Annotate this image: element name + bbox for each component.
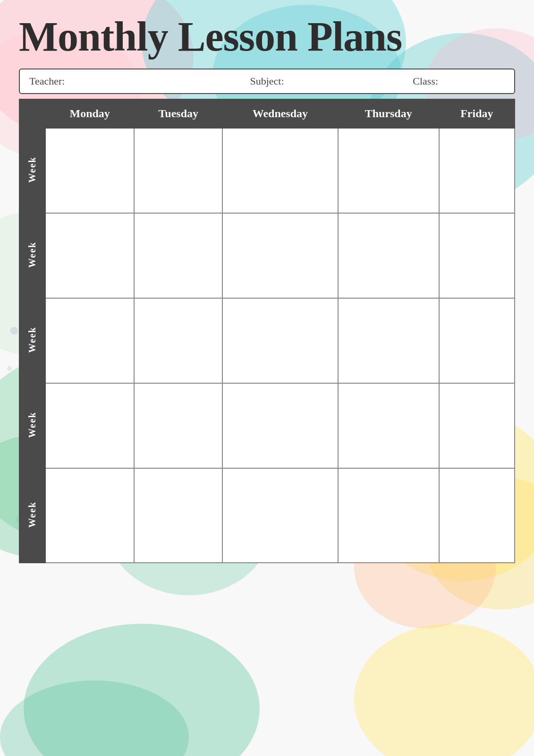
friday-header: Friday [439,99,515,128]
svg-point-15 [354,624,534,756]
week-5-label: Week [19,468,45,563]
info-bar: Teacher: Subject: Class: [19,69,515,94]
week-5-tuesday-cell[interactable] [134,468,222,563]
week-5-monday-cell[interactable] [45,468,134,563]
week-5-thursday-cell[interactable] [338,468,439,563]
week-2-tuesday-cell[interactable] [134,213,222,298]
week-3-tuesday-cell[interactable] [134,298,222,383]
page-title: Monthly Lesson Plans [19,14,515,60]
week-4-friday-cell[interactable] [439,383,515,468]
week-2-thursday-cell[interactable] [338,213,439,298]
corner-header [19,99,45,128]
week-3-label: Week [19,298,45,383]
week-2-wednesday-cell[interactable] [222,213,338,298]
week-4-thursday-cell[interactable] [338,383,439,468]
week-1-wednesday-cell[interactable] [222,128,338,213]
teacher-label: Teacher: [29,75,188,87]
week-4-label: Week [19,383,45,468]
week-1-thursday-cell[interactable] [338,128,439,213]
week-2-friday-cell[interactable] [439,213,515,298]
week-2-monday-cell[interactable] [45,213,134,298]
week-1-label: Week [19,128,45,213]
week-1-tuesday-cell[interactable] [134,128,222,213]
wednesday-header: Wednesday [222,99,338,128]
week-5-wednesday-cell[interactable] [222,468,338,563]
week-3-wednesday-cell[interactable] [222,298,338,383]
planner-table: Monday Tuesday Wednesday Thursday Friday… [19,99,515,563]
week-4-tuesday-cell[interactable] [134,383,222,468]
week-5-friday-cell[interactable] [439,468,515,563]
week-1-monday-cell[interactable] [45,128,134,213]
week-1-friday-cell[interactable] [439,128,515,213]
week-4-wednesday-cell[interactable] [222,383,338,468]
week-3-thursday-cell[interactable] [338,298,439,383]
subject-label: Subject: [188,75,347,87]
week-2-label: Week [19,213,45,298]
tuesday-header: Tuesday [134,99,222,128]
week-3-monday-cell[interactable] [45,298,134,383]
class-label: Class: [346,75,505,87]
week-3-friday-cell[interactable] [439,298,515,383]
week-4-monday-cell[interactable] [45,383,134,468]
monday-header: Monday [45,99,134,128]
thursday-header: Thursday [338,99,439,128]
